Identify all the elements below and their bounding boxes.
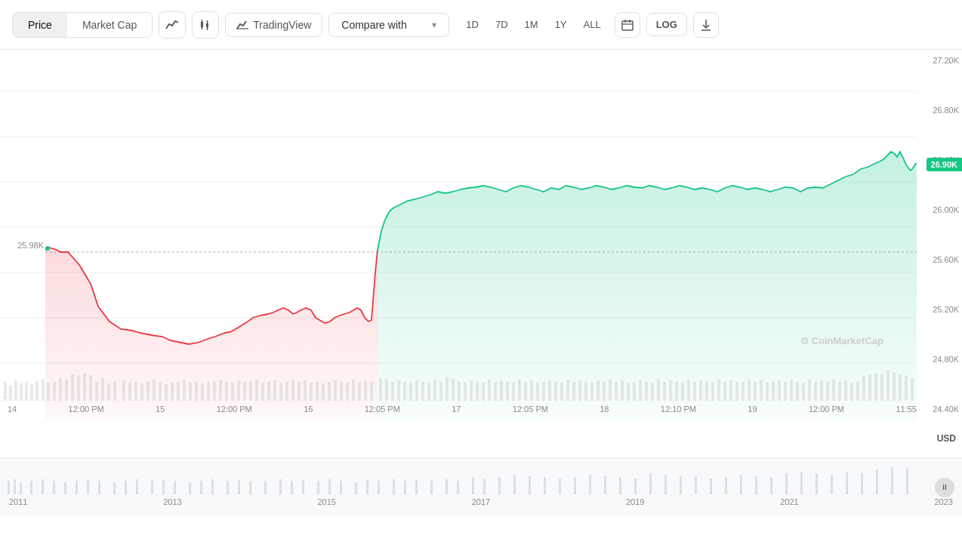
download-button[interactable] [693, 12, 719, 38]
minimap-container: 2011 2013 2015 2017 2019 2021 2023 ⏸ [0, 457, 962, 516]
toolbar: Price Market Cap TradingView Compare wit… [0, 0, 962, 50]
x-label-12pm-4: 12:05 PM [513, 405, 548, 414]
svg-rect-235 [800, 472, 803, 494]
svg-rect-234 [785, 473, 788, 494]
minimap-chart [0, 458, 917, 496]
minimap-label-2011: 2011 [9, 497, 27, 506]
svg-rect-199 [291, 481, 293, 494]
svg-rect-205 [366, 480, 368, 494]
price-chart: 25.98K ⊙ CoinMarketCap [0, 50, 917, 420]
minimap-label-2019: 2019 [626, 497, 644, 506]
svg-rect-236 [816, 473, 818, 494]
compare-label: Compare with [341, 19, 406, 31]
svg-rect-193 [211, 479, 214, 494]
x-label-19: 19 [748, 405, 757, 414]
time-1y[interactable]: 1Y [547, 14, 575, 35]
log-button[interactable]: LOG [646, 13, 687, 36]
svg-rect-215 [498, 477, 501, 494]
x-label-12pm-2: 12:00 PM [217, 405, 252, 414]
svg-rect-228 [695, 477, 697, 494]
svg-point-173 [45, 246, 50, 251]
svg-rect-240 [876, 469, 878, 494]
svg-rect-189 [162, 480, 165, 494]
svg-rect-214 [483, 478, 486, 494]
svg-rect-209 [415, 480, 418, 494]
svg-rect-229 [710, 478, 712, 494]
y-label-7: 24.80K [920, 355, 959, 364]
x-label-12pm-6: 12:00 PM [809, 405, 844, 414]
minimap-label-2013: 2013 [163, 497, 181, 506]
y-label-5: 25.60K [920, 255, 959, 264]
svg-rect-217 [529, 476, 531, 494]
svg-rect-182 [76, 481, 78, 494]
svg-rect-179 [42, 479, 44, 494]
svg-rect-202 [328, 479, 331, 494]
svg-rect-233 [770, 477, 772, 494]
x-axis: 14 12:00 PM 15 12:00 PM 16 12:05 PM 17 1… [0, 397, 917, 420]
time-1d[interactable]: 1D [458, 14, 486, 35]
svg-rect-204 [355, 482, 357, 494]
svg-rect-212 [457, 481, 459, 494]
time-7d[interactable]: 7D [488, 14, 516, 35]
svg-rect-188 [151, 481, 153, 494]
svg-rect-242 [906, 469, 908, 494]
x-label-14: 14 [8, 405, 17, 414]
line-chart-icon [165, 18, 179, 32]
y-label-6: 25.20K [920, 305, 959, 314]
svg-rect-184 [98, 481, 100, 494]
svg-rect-183 [87, 479, 89, 494]
svg-rect-203 [340, 481, 342, 494]
svg-rect-222 [604, 476, 606, 494]
currency-label: USD [937, 433, 956, 444]
line-chart-button[interactable] [159, 11, 186, 38]
y-label-1: 27.20K [920, 56, 959, 65]
minimap-x-labels: 2011 2013 2015 2017 2019 2021 2023 [0, 496, 962, 508]
chevron-down-icon: ▾ [432, 20, 436, 30]
svg-rect-225 [649, 473, 652, 494]
svg-rect-239 [861, 473, 863, 494]
x-label-12pm-1: 12:00 PM [69, 405, 104, 414]
svg-rect-167 [886, 371, 890, 401]
svg-text:⊙ CoinMarketCap: ⊙ CoinMarketCap [800, 335, 883, 346]
time-1m[interactable]: 1M [517, 14, 546, 35]
svg-rect-195 [238, 480, 240, 494]
svg-rect-190 [174, 481, 176, 494]
tradingview-label: TradingView [253, 19, 311, 31]
svg-rect-232 [755, 476, 757, 494]
time-all[interactable]: ALL [576, 14, 609, 35]
svg-rect-7 [622, 21, 633, 30]
chart-type-group: Price Market Cap [12, 12, 153, 38]
svg-rect-220 [574, 477, 576, 494]
svg-rect-218 [544, 477, 546, 494]
svg-rect-3 [206, 23, 208, 27]
current-price-badge: 26.90K [927, 158, 962, 171]
svg-rect-206 [378, 481, 380, 494]
calendar-icon [621, 19, 634, 31]
svg-rect-198 [279, 479, 282, 494]
svg-rect-219 [559, 478, 561, 494]
x-label-16: 16 [304, 405, 313, 414]
x-label-1155: 11:55 [896, 405, 917, 414]
candlestick-button[interactable] [192, 11, 219, 38]
svg-rect-221 [589, 475, 591, 494]
pause-button[interactable]: ⏸ [935, 478, 954, 497]
y-label-8: 24.40K [920, 405, 959, 414]
svg-rect-0 [201, 22, 203, 27]
svg-rect-237 [831, 475, 833, 494]
x-label-17: 17 [452, 405, 461, 414]
svg-rect-231 [740, 475, 742, 494]
svg-rect-223 [619, 477, 621, 494]
market-cap-tab[interactable]: Market Cap [67, 13, 152, 37]
svg-rect-211 [446, 479, 448, 494]
x-label-15: 15 [156, 405, 165, 414]
calendar-button[interactable] [615, 12, 640, 38]
svg-rect-177 [20, 482, 22, 494]
svg-text:25.98K: 25.98K [17, 241, 45, 250]
svg-rect-226 [664, 475, 667, 494]
svg-rect-207 [393, 479, 395, 494]
compare-button[interactable]: Compare with ▾ [328, 13, 449, 37]
svg-rect-216 [513, 475, 516, 494]
svg-rect-208 [404, 481, 406, 494]
tradingview-button[interactable]: TradingView [225, 13, 322, 37]
price-tab[interactable]: Price [13, 13, 67, 37]
